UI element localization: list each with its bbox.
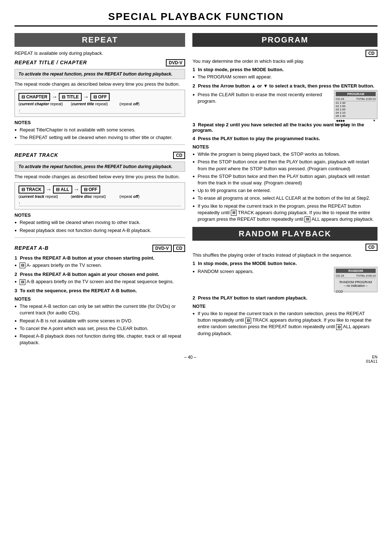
repeat-tc-body: The repeat mode changes as described bel… <box>15 81 185 87</box>
repeat-ab-notes-title: NOTES <box>15 296 185 302</box>
program-screen: PROGRAM CD-24TOTAL 0:00:13 01 1:3002 1:5… <box>334 90 377 119</box>
random-note-singular: NOTE <box>192 304 377 309</box>
prog-note-4: Up to 99 programs can be entered. <box>192 187 377 194</box>
prog-step4-bold: 4 Press the PLAY button to play the prog… <box>192 136 377 141</box>
program-header: PROGRAM <box>192 33 377 47</box>
prog-note-5: To erase all programs at once, select AL… <box>192 195 377 201</box>
repeat-ab-subtitle: REPEAT A-B <box>15 245 49 251</box>
step1-bullet: ⊟ A- appears briefly on the TV screen. <box>15 262 185 269</box>
program-notes: While the program is being played back, … <box>192 151 377 223</box>
step2-bullet: ⊟ A-B appears briefly on the TV screen a… <box>15 278 185 285</box>
flow-off-track: ⊟ OFF <box>81 186 100 194</box>
random-header: RANDOM PLAYBACK <box>192 227 377 241</box>
dvdv-badge-ab: DVD-V <box>152 245 172 252</box>
flow-label-chapter: (current chapter repeat) <box>19 102 69 106</box>
program-random-section: PROGRAM CD You may determine the order i… <box>192 33 377 347</box>
repeat-track-note-box: To activate the repeat function, press t… <box>15 162 185 172</box>
repeat-track-note-1: Repeat setting will be cleared when movi… <box>15 219 185 226</box>
random-section: RANDOM PLAYBACK CD This shuffles the pla… <box>192 227 377 337</box>
page-title: SPECIAL PLAYBACK FUNCTION <box>15 11 377 27</box>
repeat-ab-note-3: To cancel the A point which was set, pre… <box>15 325 185 332</box>
repeat-tc-note-1: Repeat Title/Chapter is not available wi… <box>15 127 185 133</box>
repeat-ab-note-2: Repeat A-B is not available with some sc… <box>15 318 185 324</box>
repeat-track-note-2: Repeat playback does not function during… <box>15 227 185 234</box>
repeat-tc-flow: ⊟ CHAPTER → ⊟ TITLE → ⊟ OFF (current cha… <box>15 90 185 117</box>
footer-lang: EN <box>372 355 377 359</box>
prog-note-6: If you like to repeat the current track … <box>192 203 377 223</box>
program-intro: You may determine the order in which tra… <box>192 58 377 64</box>
repeat-intro: REPEAT is available only during playback… <box>15 50 185 56</box>
random-note-text: If you like to repeat the current track … <box>192 310 377 337</box>
flow-label-all: (entire disc repeat) <box>71 194 118 199</box>
cd-badge-ab: CD <box>173 245 185 252</box>
flow-all: ⊟ ALL <box>53 186 72 194</box>
prog-step2-bullet: Press the CLEAR button to erase the most… <box>192 91 331 105</box>
flow-label-off: (repeat off) <box>119 102 139 106</box>
step1-bold: 1 Press the REPEAT A-B button at your ch… <box>15 255 185 261</box>
repeat-track-body: The repeat mode changes as described bel… <box>15 174 185 179</box>
prog-note-1: While the program is being played back, … <box>192 151 377 158</box>
program-section: PROGRAM CD You may determine the order i… <box>192 33 377 223</box>
prog-note-3: Press the STOP button twice and then the… <box>192 173 377 186</box>
prog-step2-bold: 2 Press the Arrow button ▲ or ▼ to selec… <box>192 83 377 89</box>
flow-off: ⊟ OFF <box>90 93 110 101</box>
repeat-tc-note-2: The REPEAT setting will be cleared when … <box>15 134 185 141</box>
footer-page: – 40 – <box>15 355 366 363</box>
repeat-track-notes: Repeat setting will be cleared when movi… <box>15 219 185 233</box>
dvdv-badge: DVD-V <box>166 59 185 66</box>
footer-code: 01A11 <box>366 359 377 363</box>
repeat-track-subtitle: REPEAT TRACK <box>15 152 58 158</box>
step3-bold: 3 To exit the sequence, press the REPEAT… <box>15 288 185 293</box>
cd-badge-track: CD <box>173 152 185 159</box>
repeat-tc-note-box: To activate the repeat function, press t… <box>15 69 185 79</box>
repeat-track-notes-title: NOTES <box>15 212 185 218</box>
repeat-tc-notes: Repeat Title/Chapter is not available wi… <box>15 127 185 141</box>
flow-chapter: ⊟ CHAPTER <box>19 93 50 101</box>
repeat-track-section: REPEAT TRACK CD To activate the repeat f… <box>15 148 185 233</box>
step2-bold: 2 Press the REPEAT A-B button again at y… <box>15 272 185 277</box>
repeat-ab-section: REPEAT A-B DVD-V CD 1 Press the REPEAT A… <box>15 241 185 346</box>
repeat-ab-notes: The repeat A-B section can only be set w… <box>15 303 185 346</box>
flow-title: ⊟ TITLE <box>59 93 82 101</box>
prog-step1-bold: 1 In stop mode, press the MODE button. <box>192 67 377 72</box>
program-notes-title: NOTES <box>192 144 377 150</box>
page-footer: – 40 – EN 01A11 <box>15 355 377 363</box>
flow-label-track: (current track repeat) <box>19 194 69 199</box>
repeat-title-chapter: REPEAT TITLE / CHAPTER DVD-V To activate… <box>15 56 185 141</box>
program-cd-badge: CD <box>366 50 377 57</box>
repeat-title-chapter-subtitle: REPEAT TITLE / CHAPTER <box>15 60 87 65</box>
prog-step1-bullet: The PROGRAM screen will appear. <box>192 74 377 80</box>
flow-label-title: (current title repeat) <box>71 102 118 106</box>
rand-step1-bold: 1 In stop mode, press the MODE button tw… <box>192 261 377 266</box>
flow-label-off-track: (repeat off) <box>119 194 139 199</box>
prog-note-2: Press the STOP button once and then the … <box>192 159 377 172</box>
flow-track: ⊟ TRACK <box>19 186 44 194</box>
random-screen: RANDOM CD-24TOTAL 0:00:13 RANDOM PROGRAM… <box>334 267 377 292</box>
repeat-track-flow: ⊟ TRACK → ⊟ ALL → ⊟ OFF (current track r… <box>15 182 185 209</box>
repeat-header: REPEAT <box>15 33 185 47</box>
repeat-tc-notes-title: NOTES <box>15 120 185 125</box>
rand-step2-bold: 2 Press the PLAY button to start random … <box>192 295 377 301</box>
random-cd-badge: CD <box>366 244 377 251</box>
repeat-ab-note-4: Repeat A-B playback does not function du… <box>15 333 185 346</box>
rand-step1-bullet: RANDOM screen appears. <box>192 268 331 275</box>
repeat-section: REPEAT REPEAT is available only during p… <box>15 33 185 347</box>
random-intro: This shuffles the playing order of track… <box>192 252 377 258</box>
repeat-ab-note-1: The repeat A-B section can only be set w… <box>15 303 185 316</box>
